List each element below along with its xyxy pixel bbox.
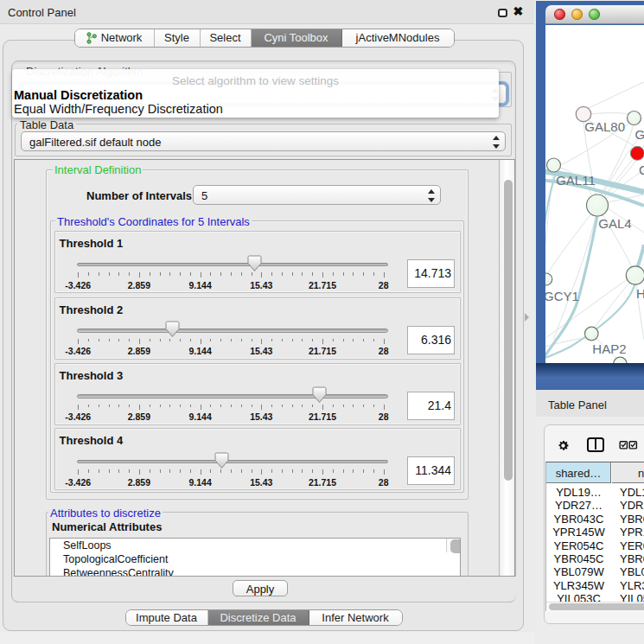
svg-text:HAP2: HAP2 (592, 341, 626, 356)
svg-text:GAL80: GAL80 (584, 119, 625, 134)
svg-text:H: H (636, 286, 644, 301)
svg-text:GAL11: GAL11 (556, 173, 596, 188)
svg-text:GA: GA (635, 127, 644, 142)
svg-text:GAL4: GAL4 (598, 216, 631, 231)
svg-text:C: C (639, 163, 644, 177)
svg-text:GCY1: GCY1 (545, 289, 579, 303)
